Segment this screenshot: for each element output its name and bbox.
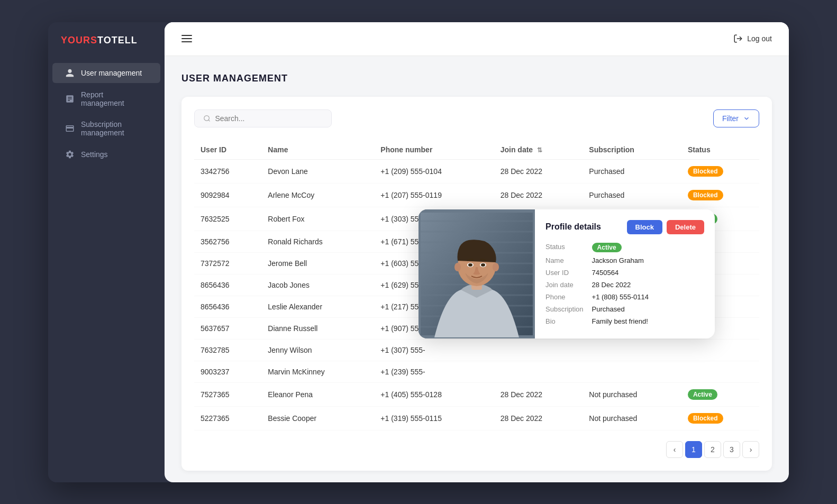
table-row[interactable]: 5227365 Bessie Cooper +1 (319) 555-0115 … (194, 406, 759, 430)
prev-page-button[interactable]: ‹ (666, 441, 683, 458)
cell-phone: +1 (207) 555-0119 (374, 183, 494, 207)
profile-fields: Status Active Name Jackson Graham User I… (545, 243, 704, 325)
cell-name: Devon Lane (261, 159, 374, 183)
cell-user-id: 8656436 (194, 296, 261, 317)
sidebar-label-subscription-management: Subscription management (81, 120, 148, 137)
col-status: Status (681, 140, 759, 160)
cell-user-id: 5227365 (194, 406, 261, 430)
cell-name: Marvin McKinney (261, 361, 374, 382)
phone-field-label: Phone (545, 293, 584, 301)
cell-subscription (583, 361, 681, 382)
sidebar-item-report-management[interactable]: Report management (52, 85, 160, 113)
cell-name: Jacob Jones (261, 274, 374, 296)
status-badge: Blocked (688, 166, 723, 177)
sidebar-label-report-management: Report management (81, 90, 148, 107)
table-row[interactable]: 9003237 Marvin McKinney +1 (239) 555- (194, 361, 759, 382)
cell-status: Blocked (681, 406, 759, 430)
cell-user-id: 7632525 (194, 207, 261, 231)
status-field-value: Active (592, 243, 704, 252)
table-row[interactable]: 7527365 Eleanor Pena +1 (405) 555-0128 2… (194, 382, 759, 406)
col-user-id: User ID (194, 140, 261, 160)
col-phone: Phone number (374, 140, 494, 160)
cell-user-id: 9092984 (194, 183, 261, 207)
cell-join-date (494, 339, 583, 361)
sidebar-item-user-management[interactable]: User management (52, 63, 160, 83)
bio-field-label: Bio (545, 317, 584, 325)
filter-label: Filter (722, 114, 739, 123)
table-toolbar: Filter (194, 109, 759, 127)
content-area: USER MANAGEMENT Filter (165, 56, 789, 482)
name-field-value: Jackson Graham (592, 256, 704, 264)
logout-button[interactable]: Log out (733, 34, 772, 43)
cell-name: Arlene McCoy (261, 183, 374, 207)
profile-title: Profile details (545, 222, 601, 232)
page-button-1[interactable]: 1 (685, 441, 702, 458)
status-field-label: Status (545, 243, 584, 251)
cell-join-date: 28 Dec 2022 (494, 183, 583, 207)
cell-phone: +1 (405) 555-0128 (374, 382, 494, 406)
sidebar-label-user-management: User management (81, 69, 142, 77)
status-badge: Active (688, 389, 717, 400)
next-page-button[interactable]: › (742, 441, 759, 458)
search-box[interactable] (194, 109, 332, 127)
subscription-field-value: Purchased (592, 305, 704, 313)
sidebar-item-subscription-management[interactable]: Subscription management (52, 115, 160, 142)
cell-join-date: 28 Dec 2022 (494, 159, 583, 183)
sort-icon: ⇅ (537, 146, 542, 154)
search-input[interactable] (215, 114, 323, 123)
chevron-down-icon (743, 115, 750, 122)
sidebar: YOURSTOTELL User management Report manag… (48, 22, 165, 482)
bio-field-value: Family best friend! (592, 317, 704, 325)
cell-user-id: 7372572 (194, 252, 261, 274)
sidebar-item-settings[interactable]: Settings (52, 144, 160, 164)
cell-name: Eleanor Pena (261, 382, 374, 406)
status-badge: Blocked (688, 190, 723, 200)
table-row[interactable]: 3342756 Devon Lane +1 (209) 555-0104 28 … (194, 159, 759, 183)
cell-user-id: 7632785 (194, 339, 261, 361)
col-name: Name (261, 140, 374, 160)
svg-point-1 (204, 115, 210, 121)
page-button-2[interactable]: 2 (704, 441, 721, 458)
cell-name: Robert Fox (261, 207, 374, 231)
userid-field-label: User ID (545, 269, 584, 277)
joindate-field-value: 28 Dec 2022 (592, 281, 704, 289)
userid-field-value: 7450564 (592, 269, 704, 277)
profile-modal: Profile details Block Delete Status Acti… (418, 209, 715, 338)
settings-icon (65, 150, 75, 159)
cell-name: Jerome Bell (261, 252, 374, 274)
cell-name: Jenny Wilson (261, 339, 374, 361)
table-row[interactable]: 9092984 Arlene McCoy +1 (207) 555-0119 2… (194, 183, 759, 207)
logo-yours: YOURS (61, 35, 97, 45)
table-row[interactable]: 7632785 Jenny Wilson +1 (307) 555- (194, 339, 759, 361)
report-icon (65, 94, 75, 104)
cell-status (681, 361, 759, 382)
status-badge: Blocked (688, 413, 723, 424)
cell-user-id: 8656436 (194, 274, 261, 296)
svg-line-2 (208, 120, 210, 121)
cell-name: Leslie Alexander (261, 296, 374, 317)
cell-subscription (583, 339, 681, 361)
col-join-date[interactable]: Join date ⇅ (494, 140, 583, 160)
cell-join-date: 28 Dec 2022 (494, 382, 583, 406)
hamburger-icon[interactable] (181, 35, 192, 42)
svg-point-18 (454, 263, 461, 271)
cell-status: Active (681, 382, 759, 406)
profile-photo (418, 209, 535, 338)
subscription-field-label: Subscription (545, 305, 584, 313)
topbar: Log out (165, 22, 789, 56)
main-area: Log out USER MANAGEMENT Filter (165, 22, 789, 482)
svg-point-23 (481, 263, 485, 267)
cell-subscription: Purchased (583, 183, 681, 207)
block-button[interactable]: Block (627, 220, 662, 234)
cell-subscription: Purchased (583, 159, 681, 183)
cell-subscription: Not purchased (583, 382, 681, 406)
filter-button[interactable]: Filter (713, 109, 759, 127)
cell-name: Bessie Cooper (261, 406, 374, 430)
profile-header: Profile details Block Delete (545, 220, 704, 234)
logo-totell: TOTELL (97, 35, 138, 45)
svg-point-19 (493, 263, 499, 271)
col-subscription: Subscription (583, 140, 681, 160)
delete-button[interactable]: Delete (667, 220, 704, 234)
cell-name: Ronald Richards (261, 231, 374, 252)
page-button-3[interactable]: 3 (723, 441, 740, 458)
